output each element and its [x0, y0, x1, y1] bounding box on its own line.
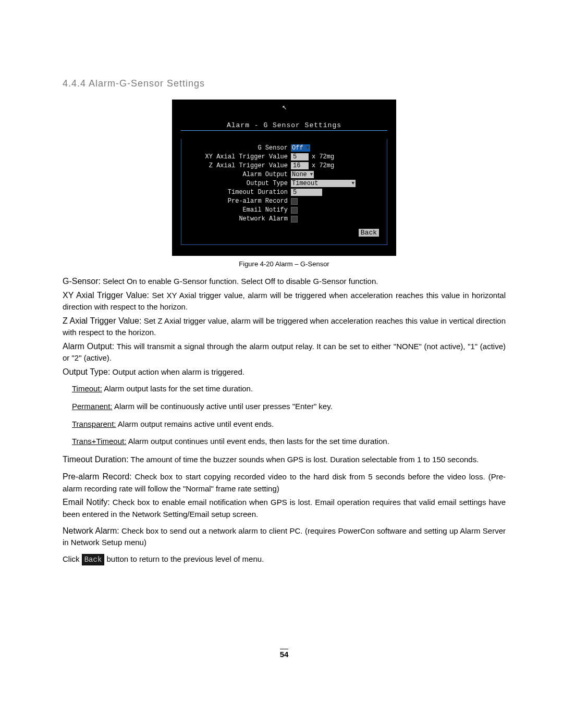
- desc-output-type: Output action when alarm is triggered.: [110, 367, 244, 376]
- sub-timeout-text: Alarm output lasts for the set time dura…: [102, 384, 253, 393]
- section-heading: 4.4.4 Alarm-G-Sensor Settings: [63, 78, 506, 89]
- term-alarm-output: Alarm Output:: [63, 342, 114, 351]
- desc-alarm-output: This will transmit a signal through the …: [63, 342, 506, 362]
- sub-transtimeout-term: Trans+Timeout:: [72, 437, 126, 446]
- term-g-sensor: G-Sensor:: [63, 277, 101, 286]
- output-type-select[interactable]: Timeout ▼: [291, 180, 356, 187]
- label-g-sensor: G Sensor: [185, 144, 291, 152]
- label-prealarm: Pre-alarm Record: [185, 198, 291, 205]
- term-email-notify: Email Notify:: [63, 498, 110, 507]
- label-network-alarm: Network Alarm: [185, 215, 291, 223]
- term-output-type: Output Type:: [63, 367, 110, 376]
- network-alarm-checkbox[interactable]: [291, 216, 298, 223]
- sub-transparent-text: Alarm output remains active until event …: [116, 419, 274, 428]
- row-alarm-output: Alarm Output None ▼: [185, 171, 384, 178]
- desc-email-notify: Check box to enable email notification w…: [63, 498, 506, 518]
- sub-permanent-term: Permanent:: [72, 402, 113, 411]
- divider: [181, 130, 387, 131]
- chevron-down-icon: ▼: [310, 172, 313, 177]
- row-timeout-duration: Timeout Duration 5: [185, 189, 384, 196]
- alarm-output-select[interactable]: None ▼: [291, 171, 314, 178]
- desc-timeout-duration: The amount of time the buzzer sounds whe…: [129, 455, 479, 464]
- row-network-alarm: Network Alarm: [185, 215, 384, 223]
- chevron-down-icon: ▼: [352, 181, 354, 186]
- click-pre: Click: [63, 554, 82, 563]
- sub-transtimeout-text: Alarm output continues until event ends,…: [126, 437, 389, 446]
- alarm-output-value: None: [292, 171, 307, 178]
- page-number: 54: [280, 649, 289, 659]
- output-type-value: Timeout: [292, 180, 318, 187]
- label-alarm-output: Alarm Output: [185, 171, 291, 178]
- label-xy-trigger: XY Axial Trigger Value: [185, 153, 291, 161]
- click-post: button to return to the previous level o…: [104, 554, 264, 563]
- back-button[interactable]: Back: [358, 228, 380, 237]
- cursor-icon: ↖: [176, 104, 393, 111]
- figure-caption: Figure 4-20 Alarm – G-Sensor: [63, 260, 506, 268]
- sub-permanent-text: Alarm will be continuously active until …: [113, 402, 333, 411]
- body-text: G-Sensor: Select On to enable G-Sensor f…: [63, 275, 506, 565]
- form-area: G Sensor Off ▼ XY Axial Trigger Value 5 …: [181, 139, 387, 245]
- prealarm-checkbox[interactable]: [291, 198, 298, 205]
- z-trigger-input[interactable]: 16: [291, 162, 309, 169]
- g-sensor-value: Off: [292, 144, 303, 152]
- timeout-duration-input[interactable]: 5: [291, 189, 322, 196]
- label-z-trigger: Z Axial Trigger Value: [185, 162, 291, 169]
- z-unit: x 72mg: [312, 162, 334, 169]
- screenshot-panel: ↖ Alarm - G Sensor Settings G Sensor Off…: [172, 100, 396, 256]
- term-prealarm: Pre-alarm Record:: [63, 472, 132, 481]
- row-prealarm: Pre-alarm Record: [185, 198, 384, 205]
- screenshot-title: Alarm - G Sensor Settings: [176, 121, 393, 130]
- sub-transparent-term: Transparent:: [72, 419, 116, 428]
- term-z: Z Axial Trigger Value:: [63, 316, 141, 325]
- row-xy-trigger: XY Axial Trigger Value 5 x 72mg: [185, 153, 384, 161]
- chevron-down-icon: ▼: [307, 145, 309, 151]
- xy-unit: x 72mg: [312, 153, 334, 161]
- row-g-sensor: G Sensor Off ▼: [185, 144, 384, 152]
- row-output-type: Output Type Timeout ▼: [185, 180, 384, 187]
- desc-network-alarm: Check box to send out a network alarm to…: [63, 526, 506, 547]
- inline-back-button: Back: [82, 554, 105, 565]
- xy-trigger-input[interactable]: 5: [291, 153, 309, 161]
- output-type-sublist: Timeout: Alarm output lasts for the set …: [63, 383, 506, 447]
- label-output-type: Output Type: [185, 180, 291, 187]
- term-xy: XY Axial Trigger Value:: [63, 291, 149, 300]
- term-network-alarm: Network Alarm:: [63, 526, 119, 535]
- g-sensor-select[interactable]: Off ▼: [291, 144, 310, 152]
- label-timeout-duration: Timeout Duration: [185, 189, 291, 196]
- label-email-notify: Email Notify: [185, 206, 291, 214]
- email-notify-checkbox[interactable]: [291, 207, 298, 214]
- row-email-notify: Email Notify: [185, 206, 384, 214]
- desc-g-sensor: Select On to enable G-Sensor function. S…: [101, 277, 378, 286]
- term-timeout-duration: Timeout Duration:: [63, 455, 129, 464]
- row-z-trigger: Z Axial Trigger Value 16 x 72mg: [185, 162, 384, 169]
- sub-timeout-term: Timeout:: [72, 384, 102, 393]
